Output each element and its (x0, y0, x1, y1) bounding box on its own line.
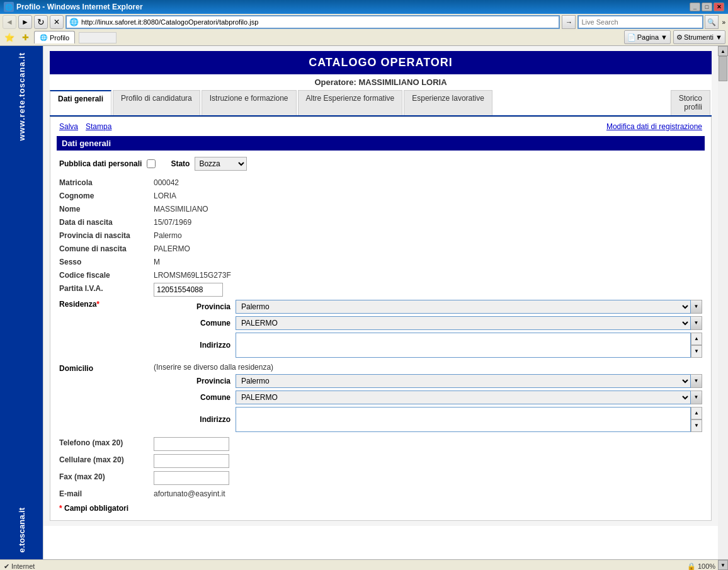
residenza-provincia-select[interactable]: Palermo (236, 300, 691, 314)
window-titlebar: 🌐 Profilo - Windows Internet Explorer _ … (0, 0, 728, 14)
address-input[interactable] (81, 18, 556, 26)
browser-tab-bar: 🌐 Profilo (34, 31, 622, 43)
tools-icon: ⚙ (676, 33, 683, 42)
back-button[interactable]: ◄ (3, 15, 16, 29)
codice-fiscale-value: LROMSM69L15G273F (154, 270, 231, 280)
ie-icon: 🌐 (4, 2, 14, 12)
cellulare-row: Cellulare (max 20) (57, 454, 705, 468)
tab-loading (79, 32, 117, 43)
tab-dati-generali[interactable]: Dati generali (50, 90, 111, 115)
search-input[interactable] (577, 15, 703, 29)
residenza-comune-row: Comune PALERMO ▼ (154, 316, 702, 330)
refresh-button[interactable]: ↻ (34, 15, 48, 29)
stato-select[interactable]: Bozza Pubblicato (195, 157, 247, 171)
residenza-indirizzo-input[interactable] (236, 333, 691, 358)
residenza-indirizzo-label: Indirizzo (154, 341, 236, 350)
residenza-comune-arrow[interactable]: ▼ (691, 316, 702, 330)
tab-profilo-candidatura[interactable]: Profilo di candidatura (113, 90, 200, 115)
matricola-value: 000042 (154, 177, 179, 187)
residenza-main-label: Residenza* (59, 300, 154, 309)
status-text: ✔ Internet (4, 562, 35, 570)
scroll-up-button[interactable]: ▲ (718, 46, 728, 56)
page-button[interactable]: 📄 Pagina ▼ (624, 30, 671, 44)
side-banner-bottom-text: e.toscana.it (17, 508, 26, 553)
pubblica-row: Pubblica dati personali Stato Bozza Pubb… (57, 154, 705, 173)
tab-icon: 🌐 (40, 34, 47, 41)
forward-button[interactable]: ► (18, 15, 32, 29)
nome-row: Nome MASSIMILIANO (57, 203, 705, 214)
address-bar: 🌐 (65, 15, 560, 29)
domicilio-comune-select-wrapper: PALERMO ▼ (236, 390, 702, 404)
cognome-value: LORIA (154, 190, 176, 200)
browser-toolbar-right: 📄 Pagina ▼ ⚙ Strumenti ▼ (624, 30, 725, 44)
email-row: E-mail afortunato@easyint.it (57, 488, 705, 498)
modify-registration-link[interactable]: Modifica dati di registrazione (606, 122, 702, 131)
close-button[interactable]: ✕ (714, 3, 724, 11)
data-nascita-value: 15/07/1969 (154, 217, 191, 227)
scrollbar: ▲ ▼ (718, 46, 728, 559)
comune-nascita-value: PALERMO (154, 243, 190, 253)
minimize-button[interactable]: _ (690, 3, 700, 11)
indirizzo-scroll-down[interactable]: ▼ (691, 345, 702, 358)
save-button[interactable]: Salva (59, 122, 78, 131)
partita-iva-input[interactable] (154, 283, 223, 297)
domicilio-provincia-arrow[interactable]: ▼ (691, 374, 702, 388)
print-button[interactable]: Stampa (86, 122, 111, 131)
residenza-indirizzo-wrapper: ▲ ▼ (236, 333, 702, 358)
favorites-star-button[interactable]: ⭐ (3, 30, 16, 44)
domicilio-main-label: Domicilio (59, 363, 154, 373)
stop-button[interactable]: ✕ (50, 15, 64, 29)
scroll-thumb[interactable] (719, 56, 727, 81)
domicilio-comune-arrow[interactable]: ▼ (691, 390, 702, 404)
domicilio-indirizzo-input[interactable] (236, 407, 691, 432)
domicilio-comune-select[interactable]: PALERMO (236, 390, 691, 404)
residenza-provincia-label: Provincia (154, 302, 236, 311)
stato-label: Stato (171, 159, 190, 168)
data-nascita-row: Data di nascita 15/07/1969 (57, 217, 705, 227)
indirizzo-scroll-buttons: ▲ ▼ (691, 333, 702, 358)
add-favorites-button[interactable]: ✚ (18, 30, 32, 44)
browser-toolbar: ◄ ► ↻ ✕ 🌐 → 🔍 » ⭐ ✚ 🌐 Profilo 📄 Pagina ▼ (0, 14, 728, 46)
domicilio-comune-label: Comune (154, 393, 236, 402)
required-star: * (59, 504, 64, 513)
domicilio-indirizzo-label: Indirizzo (154, 415, 236, 424)
go-button[interactable]: → (562, 15, 576, 29)
tab-istruzione-formazione[interactable]: Istruzione e formazione (202, 90, 297, 115)
tab-esperienze-lavorative[interactable]: Esperienze lavorative (404, 90, 492, 115)
tab-storico-profili[interactable]: Storicoprofili (671, 90, 710, 115)
cellulare-input[interactable] (154, 454, 229, 468)
scroll-down-button[interactable]: ▼ (718, 560, 728, 570)
fax-input[interactable] (154, 471, 229, 485)
telefono-input[interactable] (154, 437, 229, 451)
domicilio-provincia-select[interactable]: Palermo (236, 374, 691, 388)
search-area: 🔍 (577, 15, 719, 29)
page-title: CATALOGO OPERATORI (50, 51, 712, 74)
residenza-provincia-arrow[interactable]: ▼ (691, 300, 702, 314)
expand-button[interactable]: » (722, 19, 725, 26)
browser-tab-profilo[interactable]: 🌐 Profilo (34, 31, 75, 43)
domicilio-scroll-up[interactable]: ▲ (691, 407, 702, 419)
domicilio-comune-row: Comune PALERMO ▼ (154, 390, 702, 404)
window-title: Profilo - Windows Internet Explorer (16, 3, 143, 11)
cognome-row: Cognome LORIA (57, 190, 705, 200)
required-text: Campi obbligatori (64, 504, 128, 513)
residenza-comune-select-wrapper: PALERMO ▼ (236, 316, 702, 330)
residenza-comune-select[interactable]: PALERMO (236, 316, 691, 330)
tab-altre-esperienze[interactable]: Altre Esperienze formative (298, 90, 403, 115)
sesso-label: Sesso (59, 256, 154, 266)
provincia-nascita-row: Provincia di nascita Palermo (57, 230, 705, 240)
codice-fiscale-label: Codice fiscale (59, 270, 154, 280)
matricola-row: Matricola 000042 (57, 177, 705, 187)
tools-button[interactable]: ⚙ Strumenti ▼ (673, 30, 725, 44)
page-icon: 📄 (627, 33, 636, 42)
residenza-provincia-select-wrapper: Palermo ▼ (236, 300, 702, 314)
maximize-button[interactable]: □ (702, 3, 712, 11)
domicilio-section: Domicilio (Inserire se diverso dalla res… (57, 363, 705, 435)
nome-label: Nome (59, 203, 154, 214)
search-go-button[interactable]: 🔍 (705, 15, 719, 29)
side-banner-bottom: e.toscana.it (0, 508, 43, 559)
pubblica-checkbox[interactable] (147, 159, 156, 168)
domicilio-scroll-down[interactable]: ▼ (691, 419, 702, 432)
residenza-content: Provincia Palermo ▼ Comune (154, 300, 702, 360)
indirizzo-scroll-up[interactable]: ▲ (691, 333, 702, 345)
